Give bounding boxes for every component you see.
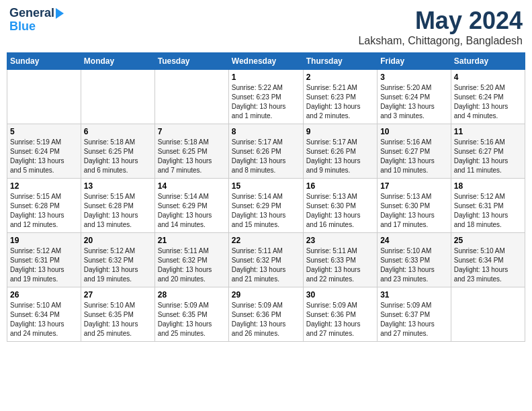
day-info: Sunrise: 5:09 AMSunset: 6:35 PMDaylight:… xyxy=(158,301,226,338)
day-number: 14 xyxy=(158,181,226,191)
day-number: 29 xyxy=(232,290,300,300)
day-number: 28 xyxy=(158,290,226,300)
day-cell: 14Sunrise: 5:14 AMSunset: 6:29 PMDayligh… xyxy=(154,179,228,233)
day-info: Sunrise: 5:15 AMSunset: 6:28 PMDaylight:… xyxy=(10,192,78,230)
page-header: General Blue May 2024 Laksham, Chittagon… xyxy=(7,7,525,47)
day-cell: 13Sunrise: 5:15 AMSunset: 6:28 PMDayligh… xyxy=(81,179,154,233)
day-cell: 23Sunrise: 5:11 AMSunset: 6:33 PMDayligh… xyxy=(303,233,377,287)
logo: General Blue xyxy=(9,7,64,34)
header-saturday: Saturday xyxy=(451,53,525,70)
day-number: 18 xyxy=(454,181,522,191)
header-monday: Monday xyxy=(81,53,154,70)
logo-blue-text: Blue xyxy=(9,19,36,33)
day-cell: 12Sunrise: 5:15 AMSunset: 6:28 PMDayligh… xyxy=(7,179,81,233)
day-info: Sunrise: 5:16 AMSunset: 6:27 PMDaylight:… xyxy=(454,138,522,175)
day-number: 3 xyxy=(380,73,448,82)
week-row-5: 26Sunrise: 5:10 AMSunset: 6:34 PMDayligh… xyxy=(7,287,525,342)
day-cell xyxy=(81,70,154,124)
day-number: 4 xyxy=(454,73,522,82)
day-info: Sunrise: 5:12 AMSunset: 6:31 PMDaylight:… xyxy=(454,192,522,230)
month-title: May 2024 xyxy=(358,7,523,35)
day-info: Sunrise: 5:10 AMSunset: 6:34 PMDaylight:… xyxy=(10,301,78,338)
day-info: Sunrise: 5:12 AMSunset: 6:32 PMDaylight:… xyxy=(84,246,152,284)
day-number: 9 xyxy=(306,127,374,136)
day-info: Sunrise: 5:16 AMSunset: 6:27 PMDaylight:… xyxy=(380,138,448,175)
day-cell: 20Sunrise: 5:12 AMSunset: 6:32 PMDayligh… xyxy=(81,233,154,287)
day-info: Sunrise: 5:11 AMSunset: 6:32 PMDaylight:… xyxy=(158,246,226,284)
day-info: Sunrise: 5:10 AMSunset: 6:35 PMDaylight:… xyxy=(84,301,152,338)
day-cell: 30Sunrise: 5:09 AMSunset: 6:36 PMDayligh… xyxy=(303,287,377,342)
day-cell: 25Sunrise: 5:10 AMSunset: 6:34 PMDayligh… xyxy=(451,233,525,287)
day-cell: 24Sunrise: 5:10 AMSunset: 6:33 PMDayligh… xyxy=(378,233,451,287)
day-info: Sunrise: 5:21 AMSunset: 6:23 PMDaylight:… xyxy=(306,83,374,121)
day-cell: 3Sunrise: 5:20 AMSunset: 6:24 PMDaylight… xyxy=(378,70,451,124)
day-cell: 16Sunrise: 5:13 AMSunset: 6:30 PMDayligh… xyxy=(303,179,377,233)
day-info: Sunrise: 5:09 AMSunset: 6:36 PMDaylight:… xyxy=(232,301,300,338)
week-row-1: 1Sunrise: 5:22 AMSunset: 6:23 PMDaylight… xyxy=(7,70,525,124)
day-info: Sunrise: 5:20 AMSunset: 6:24 PMDaylight:… xyxy=(380,83,448,121)
day-cell: 31Sunrise: 5:09 AMSunset: 6:37 PMDayligh… xyxy=(378,287,451,342)
day-number: 2 xyxy=(306,73,374,82)
day-cell: 7Sunrise: 5:18 AMSunset: 6:25 PMDaylight… xyxy=(154,124,228,179)
day-number: 16 xyxy=(306,181,374,191)
day-cell: 9Sunrise: 5:17 AMSunset: 6:26 PMDaylight… xyxy=(303,124,377,179)
day-cell xyxy=(154,70,228,124)
day-info: Sunrise: 5:14 AMSunset: 6:29 PMDaylight:… xyxy=(158,192,226,230)
day-number: 12 xyxy=(10,181,78,191)
day-number: 24 xyxy=(380,236,448,245)
day-cell xyxy=(7,70,81,124)
location: Laksham, Chittagong, Bangladesh xyxy=(358,35,523,47)
day-info: Sunrise: 5:14 AMSunset: 6:29 PMDaylight:… xyxy=(232,192,300,230)
header-tuesday: Tuesday xyxy=(154,53,228,70)
day-info: Sunrise: 5:09 AMSunset: 6:36 PMDaylight:… xyxy=(306,301,374,338)
day-number: 8 xyxy=(232,127,300,136)
day-number: 26 xyxy=(10,290,78,300)
day-cell: 28Sunrise: 5:09 AMSunset: 6:35 PMDayligh… xyxy=(154,287,228,342)
day-cell: 4Sunrise: 5:20 AMSunset: 6:24 PMDaylight… xyxy=(451,70,525,124)
day-info: Sunrise: 5:12 AMSunset: 6:31 PMDaylight:… xyxy=(10,246,78,284)
day-number: 11 xyxy=(454,127,522,136)
day-cell: 5Sunrise: 5:19 AMSunset: 6:24 PMDaylight… xyxy=(7,124,81,179)
day-number: 17 xyxy=(380,181,448,191)
day-info: Sunrise: 5:13 AMSunset: 6:30 PMDaylight:… xyxy=(380,192,448,230)
day-number: 20 xyxy=(84,236,152,245)
day-info: Sunrise: 5:09 AMSunset: 6:37 PMDaylight:… xyxy=(380,301,448,338)
day-number: 15 xyxy=(232,181,300,191)
day-number: 25 xyxy=(454,236,522,245)
day-cell: 19Sunrise: 5:12 AMSunset: 6:31 PMDayligh… xyxy=(7,233,81,287)
week-row-3: 12Sunrise: 5:15 AMSunset: 6:28 PMDayligh… xyxy=(7,179,525,233)
day-cell: 6Sunrise: 5:18 AMSunset: 6:25 PMDaylight… xyxy=(81,124,154,179)
day-info: Sunrise: 5:17 AMSunset: 6:26 PMDaylight:… xyxy=(232,138,300,175)
day-number: 10 xyxy=(380,127,448,136)
day-info: Sunrise: 5:10 AMSunset: 6:33 PMDaylight:… xyxy=(380,246,448,284)
day-number: 13 xyxy=(84,181,152,191)
day-cell: 2Sunrise: 5:21 AMSunset: 6:23 PMDaylight… xyxy=(303,70,377,124)
day-number: 5 xyxy=(10,127,78,136)
day-info: Sunrise: 5:15 AMSunset: 6:28 PMDaylight:… xyxy=(84,192,152,230)
day-cell: 11Sunrise: 5:16 AMSunset: 6:27 PMDayligh… xyxy=(451,124,525,179)
day-number: 31 xyxy=(380,290,448,300)
day-number: 27 xyxy=(84,290,152,300)
day-cell: 29Sunrise: 5:09 AMSunset: 6:36 PMDayligh… xyxy=(228,287,303,342)
day-cell: 26Sunrise: 5:10 AMSunset: 6:34 PMDayligh… xyxy=(7,287,81,342)
day-number: 1 xyxy=(232,73,300,82)
header-row: SundayMondayTuesdayWednesdayThursdayFrid… xyxy=(7,53,525,70)
header-wednesday: Wednesday xyxy=(228,53,303,70)
day-number: 30 xyxy=(306,290,374,300)
day-cell: 17Sunrise: 5:13 AMSunset: 6:30 PMDayligh… xyxy=(378,179,451,233)
day-info: Sunrise: 5:11 AMSunset: 6:33 PMDaylight:… xyxy=(306,246,374,284)
day-cell: 22Sunrise: 5:11 AMSunset: 6:32 PMDayligh… xyxy=(228,233,303,287)
day-number: 19 xyxy=(10,236,78,245)
logo-arrow-icon xyxy=(56,8,64,19)
day-cell: 8Sunrise: 5:17 AMSunset: 6:26 PMDaylight… xyxy=(228,124,303,179)
week-row-4: 19Sunrise: 5:12 AMSunset: 6:31 PMDayligh… xyxy=(7,233,525,287)
day-info: Sunrise: 5:11 AMSunset: 6:32 PMDaylight:… xyxy=(232,246,300,284)
week-row-2: 5Sunrise: 5:19 AMSunset: 6:24 PMDaylight… xyxy=(7,124,525,179)
day-cell: 21Sunrise: 5:11 AMSunset: 6:32 PMDayligh… xyxy=(154,233,228,287)
header-friday: Friday xyxy=(378,53,451,70)
day-number: 22 xyxy=(232,236,300,245)
title-block: May 2024 Laksham, Chittagong, Bangladesh xyxy=(358,7,523,47)
day-cell xyxy=(451,287,525,342)
day-info: Sunrise: 5:18 AMSunset: 6:25 PMDaylight:… xyxy=(158,138,226,175)
day-number: 21 xyxy=(158,236,226,245)
